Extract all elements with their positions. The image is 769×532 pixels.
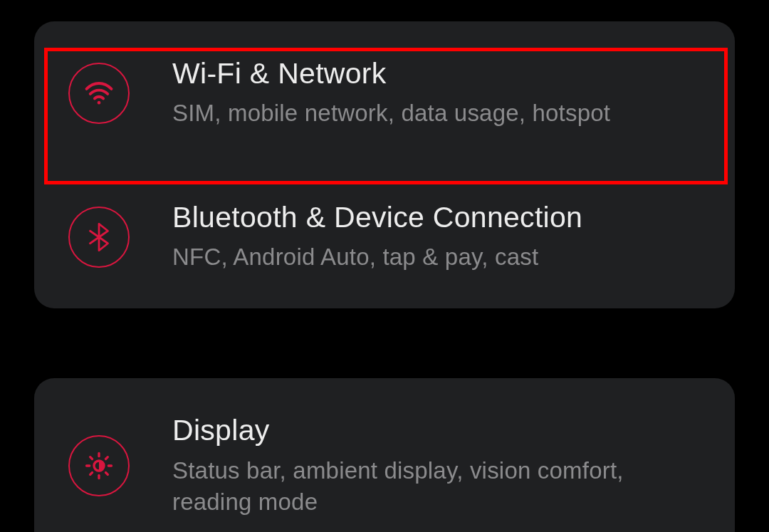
settings-item-bluetooth[interactable]: Bluetooth & Device Connection NFC, Andro…	[34, 165, 735, 309]
settings-item-title: Bluetooth & Device Connection	[172, 201, 695, 234]
settings-card-display: Display Status bar, ambient display, vis…	[34, 378, 735, 532]
settings-item-subtitle: NFC, Android Auto, tap & pay, cast	[172, 241, 695, 273]
svg-line-7	[106, 473, 108, 475]
svg-point-0	[98, 101, 101, 105]
settings-item-wifi-network[interactable]: Wi-Fi & Network SIM, mobile network, dat…	[34, 21, 735, 165]
settings-item-display[interactable]: Display Status bar, ambient display, vis…	[34, 378, 735, 532]
settings-item-text: Bluetooth & Device Connection NFC, Andro…	[172, 201, 695, 273]
settings-item-text: Wi-Fi & Network SIM, mobile network, dat…	[172, 57, 695, 130]
svg-line-8	[90, 473, 93, 475]
settings-item-title: Display	[172, 414, 695, 447]
settings-item-subtitle: Status bar, ambient display, vision comf…	[172, 455, 695, 518]
svg-line-9	[106, 457, 108, 459]
bluetooth-icon	[68, 207, 130, 268]
wifi-icon	[68, 63, 130, 124]
settings-item-subtitle: SIM, mobile network, data usage, hotspot	[172, 98, 695, 130]
settings-card-connections: Wi-Fi & Network SIM, mobile network, dat…	[34, 21, 735, 308]
display-icon	[68, 435, 130, 496]
settings-item-text: Display Status bar, ambient display, vis…	[172, 414, 695, 518]
settings-item-title: Wi-Fi & Network	[172, 57, 695, 90]
svg-line-6	[90, 457, 93, 459]
